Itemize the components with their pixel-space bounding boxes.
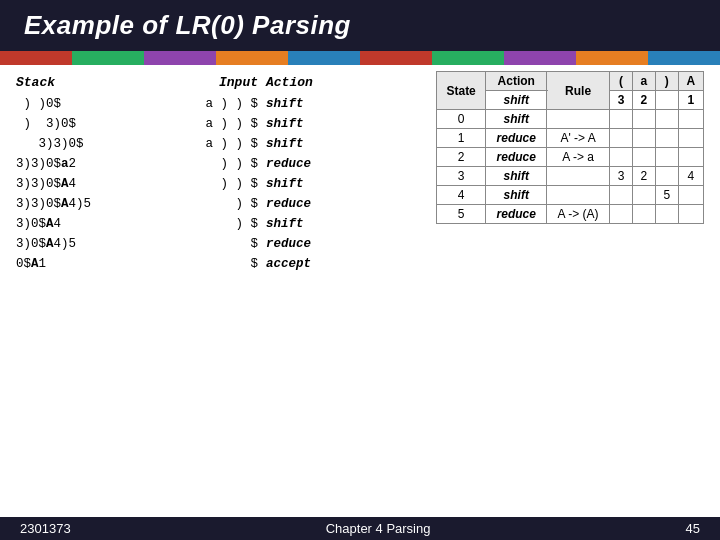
step9-action: accept	[266, 254, 426, 274]
step8-input: $	[156, 234, 266, 254]
steps-area: Stack Input Action ) )0$ a ) ) $ shift )…	[16, 71, 426, 274]
cell-state-5: 5	[437, 205, 486, 224]
step9-stack: 0$A1	[16, 254, 156, 274]
step3-stack: 3)3)0$	[16, 134, 156, 154]
cell-action-reduce-2: reduce	[486, 148, 547, 167]
cell-rule-5: A -> (A)	[547, 205, 610, 224]
th-rule: Rule	[547, 72, 610, 110]
th-state: State	[437, 72, 486, 110]
step4-action: reduce	[266, 154, 426, 174]
slide-footer: 2301373 Chapter 4 Parsing 45	[0, 517, 720, 540]
cell-t4-4	[678, 186, 703, 205]
cell-t4-0	[678, 110, 703, 129]
th-goto-empty	[655, 91, 678, 110]
step-row-6: 3)3)0$A4)5 ) $ reduce	[16, 194, 426, 214]
slide-header: Example of LR(0) Parsing	[0, 0, 720, 51]
cell-t1-3: 3	[610, 167, 633, 186]
th-paren-close: )	[655, 72, 678, 91]
table-row: 4 shift 5	[437, 186, 704, 205]
cell-state-4: 4	[437, 186, 486, 205]
step-row-8: 3)0$A4)5 $ reduce	[16, 234, 426, 254]
step2-stack: ) 3)0$	[16, 114, 156, 134]
cell-state-2: 2	[437, 148, 486, 167]
step7-stack: 3)0$A4	[16, 214, 156, 234]
cell-rule-3	[547, 167, 610, 186]
cell-t3-2	[655, 148, 678, 167]
step6-stack: 3)3)0$A4)5	[16, 194, 156, 214]
cell-action-reduce-1: reduce	[486, 129, 547, 148]
table-row: 5 reduce A -> (A)	[437, 205, 704, 224]
step1-input: a ) ) $	[156, 94, 266, 114]
th-shift: shift	[486, 91, 547, 110]
step3-action: shift	[266, 134, 426, 154]
cell-t1-0	[610, 110, 633, 129]
table-row: 0 shift	[437, 110, 704, 129]
cell-rule-0	[547, 110, 610, 129]
step-row-1: ) )0$ a ) ) $ shift	[16, 94, 426, 114]
cell-t3-4: 5	[655, 186, 678, 205]
step7-action: shift	[266, 214, 426, 234]
col-header-action: Action	[266, 71, 426, 94]
footer-page-number: 45	[686, 521, 700, 536]
cell-t3-5	[655, 205, 678, 224]
step9-input: $	[156, 254, 266, 274]
cell-action-shift-4: shift	[486, 186, 547, 205]
slide-title: Example of LR(0) Parsing	[24, 10, 351, 40]
th-a: a	[632, 72, 655, 91]
step1-stack: ) )0$	[16, 94, 156, 114]
step4-stack: 3)3)0$a2	[16, 154, 156, 174]
step6-action: reduce	[266, 194, 426, 214]
cell-t2-1	[632, 129, 655, 148]
footer-chapter: Chapter 4 Parsing	[326, 521, 431, 536]
step-row-7: 3)0$A4 ) $ shift	[16, 214, 426, 234]
cell-t2-2	[632, 148, 655, 167]
step5-action: shift	[266, 174, 426, 194]
cell-action-shift-0: shift	[486, 110, 547, 129]
step-row-2: ) 3)0$ a ) ) $ shift	[16, 114, 426, 134]
step5-input: ) ) $	[156, 174, 266, 194]
cell-t1-4	[610, 186, 633, 205]
cell-t1-2	[610, 148, 633, 167]
steps-col-headers: Stack Input Action	[16, 71, 426, 94]
th-A: A	[678, 72, 703, 91]
content-area: Stack Input Action ) )0$ a ) ) $ shift )…	[16, 71, 704, 274]
cell-state-3: 3	[437, 167, 486, 186]
step-row-9: 0$A1 $ accept	[16, 254, 426, 274]
cell-state-0: 0	[437, 110, 486, 129]
cell-t1-1	[610, 129, 633, 148]
step6-input: ) $	[156, 194, 266, 214]
cell-rule-2: A -> a	[547, 148, 610, 167]
cell-t2-0	[632, 110, 655, 129]
step8-action: reduce	[266, 234, 426, 254]
cell-action-shift-3: shift	[486, 167, 547, 186]
th-paren-open: (	[610, 72, 633, 91]
th-goto-3: 3	[610, 91, 633, 110]
cell-t4-2	[678, 148, 703, 167]
main-content: Stack Input Action ) )0$ a ) ) $ shift )…	[0, 65, 720, 274]
lr-table-container: State Action Rule ( a ) A shift 3 2	[436, 71, 704, 274]
step2-action: shift	[266, 114, 426, 134]
step-row-4: 3)3)0$a2 ) ) $ reduce	[16, 154, 426, 174]
cell-rule-1: A' -> A	[547, 129, 610, 148]
footer-course-id: 2301373	[20, 521, 71, 536]
step-row-3: 3)3)0$ a ) ) $ shift	[16, 134, 426, 154]
table-row: 3 shift 3 2 4	[437, 167, 704, 186]
step3-input: a ) ) $	[156, 134, 266, 154]
step2-input: a ) ) $	[156, 114, 266, 134]
cell-t4-5	[678, 205, 703, 224]
cell-t3-3	[655, 167, 678, 186]
cell-t2-5	[632, 205, 655, 224]
col-header-input: Input	[156, 71, 266, 94]
cell-t1-5	[610, 205, 633, 224]
cell-t3-0	[655, 110, 678, 129]
cell-rule-4	[547, 186, 610, 205]
step5-stack: 3)3)0$A4	[16, 174, 156, 194]
step7-input: ) $	[156, 214, 266, 234]
color-bar	[0, 51, 720, 65]
cell-t2-3: 2	[632, 167, 655, 186]
cell-action-reduce-5: reduce	[486, 205, 547, 224]
lr-table: State Action Rule ( a ) A shift 3 2	[436, 71, 704, 224]
table-row: 1 reduce A' -> A	[437, 129, 704, 148]
th-action: Action	[486, 72, 547, 91]
step4-input: ) ) $	[156, 154, 266, 174]
